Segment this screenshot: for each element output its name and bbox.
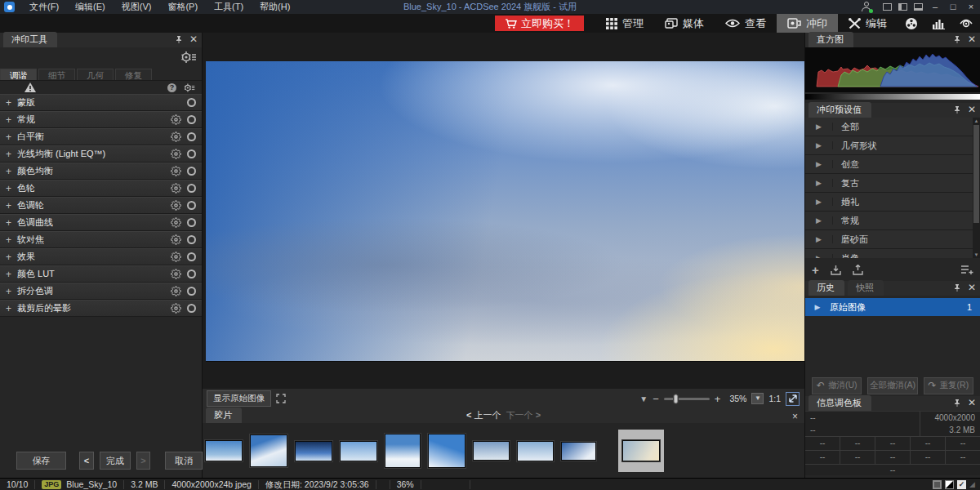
layout-2-button[interactable]	[898, 3, 907, 11]
tab-manage[interactable]: 管理	[595, 14, 654, 33]
undo-button[interactable]: ↶撤消(U)	[812, 377, 862, 394]
thumbnail-7[interactable]	[473, 441, 510, 461]
toggle-ring[interactable]	[187, 132, 196, 141]
next-image-button[interactable]: >	[136, 452, 150, 470]
expand-plus-icon[interactable]: +	[6, 131, 17, 143]
gear-icon[interactable]	[171, 252, 181, 262]
add-preset-icon[interactable]: +	[812, 263, 819, 277]
preset-list-options-icon[interactable]	[960, 265, 973, 274]
gear-icon[interactable]	[171, 149, 181, 159]
preset-row-matte[interactable]: ▶磨砂面	[805, 230, 980, 249]
expand-plus-icon[interactable]: +	[6, 166, 17, 177]
undo-all-button[interactable]: 全部撤消(A)	[867, 377, 917, 394]
contrast-swatch[interactable]	[945, 480, 954, 489]
menu-pane[interactable]: 窗格(P)	[159, 0, 206, 14]
resize-grip[interactable]: ◢	[969, 480, 975, 488]
expand-plus-icon[interactable]: +	[6, 252, 17, 263]
tab-develop[interactable]: 冲印	[777, 14, 838, 33]
tab-geometry[interactable]: 几何	[77, 69, 114, 80]
thumbnail-2[interactable]	[250, 434, 287, 467]
dashboard-button[interactable]	[925, 14, 952, 33]
app-icon[interactable]	[4, 2, 15, 12]
toggle-ring[interactable]	[187, 149, 196, 158]
gear-icon[interactable]	[171, 269, 181, 279]
tool-row-tone-wheel[interactable]: + 色调轮	[0, 197, 202, 214]
export-preset-icon[interactable]	[853, 265, 863, 275]
preset-row-portrait[interactable]: ▶肖像	[805, 249, 980, 258]
close-panel-icon[interactable]: ✕	[968, 34, 976, 44]
thumbnail-5[interactable]	[385, 434, 421, 468]
toggle-ring[interactable]	[187, 218, 196, 227]
gear-icon[interactable]	[171, 131, 181, 142]
gear-icon[interactable]	[171, 286, 181, 296]
expand-plus-icon[interactable]: +	[6, 114, 17, 126]
toggle-ring[interactable]	[187, 184, 196, 193]
close-panel-icon[interactable]: ✕	[968, 105, 976, 114]
tool-row-soft-focus[interactable]: + 软对焦	[0, 231, 202, 248]
tab-snapshot[interactable]: 快照	[848, 280, 884, 296]
scroll-up-icon[interactable]: ▲	[973, 118, 980, 123]
tool-settings-icon[interactable]	[180, 51, 197, 64]
thumbnail-8[interactable]	[517, 441, 554, 461]
expand-plus-icon[interactable]: +	[6, 97, 17, 109]
tab-history[interactable]: 历史	[808, 280, 844, 296]
scrollbar-thumb[interactable]	[973, 125, 979, 223]
show-original-button[interactable]: 显示原始图像	[207, 390, 271, 407]
gear-icon[interactable]	[171, 200, 181, 211]
pin-icon[interactable]	[953, 105, 961, 114]
toggle-ring[interactable]	[187, 235, 196, 244]
toggle-ring[interactable]	[187, 115, 196, 124]
thumbnail-4[interactable]	[340, 441, 377, 461]
close-button[interactable]: ×	[962, 0, 980, 14]
done-button[interactable]: 完成	[100, 452, 131, 470]
expand-arrow-icon[interactable]: ▶	[805, 198, 833, 206]
checker-toggle[interactable]: ✓	[957, 480, 966, 489]
close-panel-icon[interactable]: ✕	[968, 283, 976, 292]
tab-media[interactable]: 媒体	[654, 14, 715, 33]
minimize-button[interactable]: –	[926, 0, 944, 14]
menu-tools[interactable]: 工具(T)	[206, 0, 252, 14]
pin-icon[interactable]	[175, 35, 183, 43]
zoom-in-button[interactable]: +	[715, 393, 721, 405]
gear-icon[interactable]	[171, 303, 181, 314]
cancel-button[interactable]: 取消	[165, 452, 203, 470]
close-panel-icon[interactable]: ✕	[968, 398, 976, 408]
tab-detail[interactable]: 细节	[38, 69, 75, 80]
help-icon[interactable]: ?	[167, 83, 176, 92]
expand-plus-icon[interactable]: +	[6, 183, 17, 194]
toggle-ring[interactable]	[187, 98, 196, 107]
zoom-dropdown-button[interactable]: ▼	[751, 393, 764, 404]
toggle-ring[interactable]	[187, 304, 196, 313]
previous-image-button[interactable]: <	[79, 452, 93, 470]
layout-3-button[interactable]	[914, 3, 923, 11]
preset-row-wedding[interactable]: ▶婚礼	[805, 193, 980, 212]
panel-gear-icon[interactable]	[184, 82, 195, 93]
tab-view[interactable]: 查看	[715, 14, 777, 33]
toggle-ring[interactable]	[187, 287, 196, 296]
preset-row-geometric[interactable]: ▶几何形状	[805, 136, 980, 155]
thumbnail-10-selected[interactable]	[618, 430, 664, 472]
menu-file[interactable]: 文件(F)	[21, 0, 67, 14]
expand-arrow-icon[interactable]: ▶	[805, 254, 833, 258]
layout-1-button[interactable]	[883, 3, 892, 11]
expand-plus-icon[interactable]: +	[6, 303, 17, 314]
thumbnail-1[interactable]	[205, 440, 243, 461]
pin-icon[interactable]	[953, 35, 961, 43]
tab-edit[interactable]: 编辑	[838, 14, 898, 33]
tab-repair[interactable]: 修复	[115, 69, 152, 80]
tool-row-tone-curve[interactable]: + 色调曲线	[0, 214, 202, 231]
expand-plus-icon[interactable]: +	[6, 286, 17, 297]
gear-icon[interactable]	[171, 166, 181, 176]
gear-icon[interactable]	[171, 114, 181, 125]
tool-row-color-eq[interactable]: + 颜色均衡	[0, 163, 202, 180]
expand-arrow-icon[interactable]: ▶	[805, 141, 833, 149]
filmstrip-close-icon[interactable]: ×	[792, 411, 798, 422]
thumbnail-10[interactable]	[622, 440, 660, 461]
actual-size-button[interactable]: 1:1	[768, 394, 781, 403]
next-chevron[interactable]: >	[536, 410, 541, 420]
acdsee-365-button[interactable]	[952, 14, 980, 33]
history-row-original[interactable]: ▶ 原始图像 1	[805, 298, 980, 316]
tool-row-effects[interactable]: + 效果	[0, 248, 202, 265]
expand-arrow-icon[interactable]: ▶	[805, 160, 833, 168]
tool-row-color-wheel[interactable]: + 色轮	[0, 180, 202, 197]
